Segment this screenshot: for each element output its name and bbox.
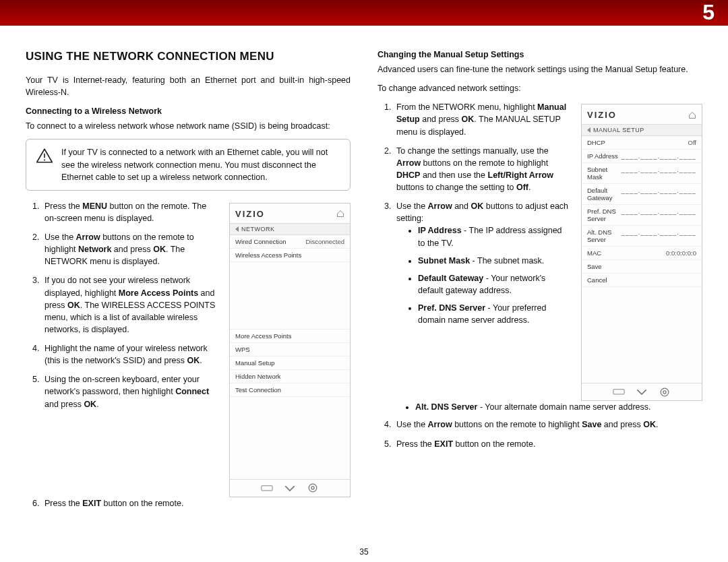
subheading-manual-setup: Changing the Manual Setup Settings <box>377 50 702 59</box>
menu-row-manual: Manual Setup <box>230 356 350 370</box>
row-pref-dns: Pref. DNS Server____.____.____.____ <box>582 205 702 226</box>
chapter-banner: 5 <box>0 0 728 26</box>
menu-row-wired: Wired ConnectionDisconnected <box>230 235 350 249</box>
row-cancel: Cancel <box>582 274 702 287</box>
menu-row-test: Test Connection <box>230 383 350 397</box>
home-icon <box>688 111 696 119</box>
menu-row-wps: WPS <box>230 343 350 356</box>
settings-bullets-cont: Alt. DNS Server - Your alternate domain … <box>377 401 702 413</box>
vizio-logo: VIZIO <box>587 110 617 120</box>
connect-step-4: Highlight the name of your wireless netw… <box>42 342 220 367</box>
svg-point-7 <box>663 391 666 394</box>
svg-point-1 <box>44 160 45 161</box>
gear-icon <box>307 484 319 492</box>
manual-step-5: Press the EXIT button on the remote. <box>394 438 702 450</box>
svg-point-4 <box>311 487 314 489</box>
manual-step-1: From the NETWORK menu, highlight Manual … <box>394 101 569 137</box>
row-save: Save <box>582 260 702 274</box>
section-heading: USING THE NETWORK CONNECTION MENU <box>26 50 351 63</box>
gear-icon <box>659 388 671 396</box>
back-icon <box>587 127 590 133</box>
section-intro: Your TV is Internet-ready, featuring bot… <box>26 74 351 98</box>
svg-point-6 <box>661 388 669 396</box>
warning-icon <box>36 148 53 164</box>
svg-rect-2 <box>262 486 272 491</box>
ethernet-note-text: If your TV is connected to a network wit… <box>61 146 340 183</box>
row-alt-dns: Alt. DNS Server____.____.____.____ <box>582 226 702 247</box>
menu-row-wap: Wireless Access Points <box>230 249 350 262</box>
svg-point-3 <box>309 484 317 492</box>
connect-steps-cont: Press the EXIT button on the remote. <box>26 497 351 509</box>
connect-step-1: Press the MENU button on the remote. The… <box>42 200 220 224</box>
row-mac: MAC0:0:0:0:0:0 <box>582 247 702 260</box>
settings-bullets: IP Address - The IP address assigned to … <box>396 224 569 326</box>
page-body: USING THE NETWORK CONNECTION MENU Your T… <box>0 26 728 516</box>
connect-step-5: Using the on-screen keyboard, enter your… <box>42 373 220 410</box>
row-gateway: Default Gateway____.____.____.____ <box>582 184 702 205</box>
osd-footer <box>582 383 702 400</box>
row-subnet: Subnet Mask____.____.____.____ <box>582 163 702 184</box>
connect-step-2: Use the Arrow buttons on the remote to h… <box>42 231 220 268</box>
manual-steps: From the NETWORK menu, highlight Manual … <box>377 101 569 326</box>
menu-row-more: More Access Points <box>230 330 350 343</box>
osd-footer <box>230 479 350 497</box>
menu-row-hidden: Hidden Network <box>230 370 350 383</box>
network-menu-figure: VIZIO NETWORK Wired ConnectionDisconnect… <box>229 203 351 497</box>
connect-steps: Press the MENU button on the remote. The… <box>26 200 220 410</box>
row-ip: IP Address____.____.____.____ <box>582 150 702 163</box>
connecting-intro: To connect to a wireless network whose n… <box>26 120 351 132</box>
manual-step-2: To change the settings manually, use the… <box>394 145 569 194</box>
bullet-pref-dns: Pref. DNS Server - Your preferred domain… <box>418 302 569 326</box>
connect-step-6: Press the EXIT button on the remote. <box>42 497 351 509</box>
home-icon <box>336 210 344 218</box>
manual-intro-2: To change advanced network settings: <box>377 82 702 94</box>
wide-icon <box>261 484 273 492</box>
subheading-connecting: Connecting to a Wireless Network <box>26 106 351 116</box>
bullet-ip: IP Address - The IP address assigned to … <box>418 224 569 249</box>
right-column: Changing the Manual Setup Settings Advan… <box>377 50 702 516</box>
row-dhcp: DHCPOff <box>582 136 702 150</box>
page-number: 35 <box>0 547 728 557</box>
breadcrumb: NETWORK <box>230 223 350 235</box>
bullet-alt-dns: Alt. DNS Server - Your alternate domain … <box>415 401 702 413</box>
chevron-down-icon <box>636 388 648 396</box>
manual-step-3: Use the Arrow and OK buttons to adjust e… <box>394 200 569 326</box>
connect-step-3: If you do not see your wireless network … <box>42 274 220 336</box>
chevron-down-icon <box>284 484 296 492</box>
manual-steps-cont: Use the Arrow buttons on the remote to h… <box>377 418 702 449</box>
breadcrumb: MANUAL SETUP <box>582 124 702 136</box>
bullet-gateway: Default Gateway - Your network's default… <box>418 272 569 296</box>
chapter-number: 5 <box>702 0 715 25</box>
ethernet-note-box: If your TV is connected to a network wit… <box>26 139 351 190</box>
back-icon <box>235 226 239 232</box>
manual-step-4: Use the Arrow buttons on the remote to h… <box>394 418 702 431</box>
wide-icon <box>613 388 625 396</box>
vizio-logo: VIZIO <box>235 209 265 219</box>
left-column: USING THE NETWORK CONNECTION MENU Your T… <box>26 50 351 516</box>
svg-rect-5 <box>613 389 624 394</box>
manual-intro-1: Advanced users can fine-tune the network… <box>377 63 702 75</box>
bullet-subnet: Subnet Mask - The subnet mask. <box>418 255 569 267</box>
manual-setup-menu-figure: VIZIO MANUAL SETUP DHCPOff IP Address___… <box>581 104 702 401</box>
